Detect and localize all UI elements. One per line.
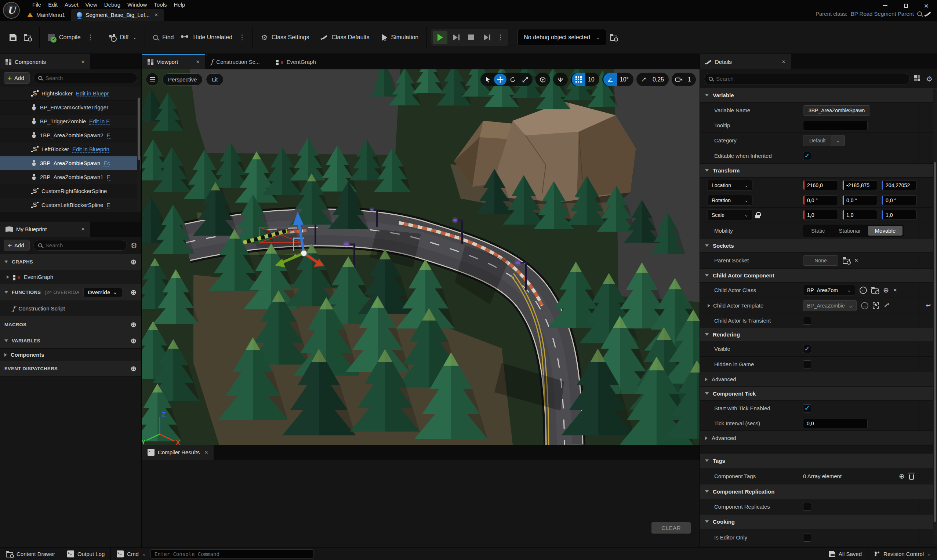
asset-tab-mainmenu[interactable]: MainMenu1 [21, 9, 71, 21]
tab-close-icon[interactable]: × [154, 11, 158, 19]
menu-window[interactable]: Window [127, 0, 154, 9]
variables-section[interactable]: VARIABLES ⊕ [0, 333, 141, 349]
tick-advanced[interactable]: Advanced [700, 431, 937, 446]
details-search-input[interactable] [716, 75, 905, 82]
functions-section[interactable]: FUNCTIONS (24 OVERRIDA Override ⌄ ⊕ [0, 284, 141, 301]
debug-object-select[interactable]: No debug object selected ⌄ [517, 29, 606, 46]
all-saved-button[interactable]: All Saved [823, 548, 868, 560]
simulation-button[interactable]: Simulation [378, 31, 422, 45]
variable-name-value[interactable]: 3BP_AreaZombieSpawn [803, 105, 870, 115]
lock-icon[interactable] [755, 215, 760, 218]
parent-class-link[interactable]: BP Road Segment Parent [851, 11, 914, 17]
scale-x-field[interactable]: 1,0 [803, 210, 838, 220]
edit-in-blueprint-link[interactable]: Ec [103, 160, 110, 167]
rotation-dropdown[interactable]: Rotation⌄ [708, 195, 752, 206]
location-x-field[interactable]: 2160,0 [803, 180, 838, 190]
edit-in-blueprint-link[interactable]: E [107, 174, 111, 180]
expand-icon[interactable] [708, 304, 710, 308]
grid-snap-value[interactable]: 10 [585, 76, 598, 83]
unreal-logo-icon[interactable]: U [3, 2, 20, 19]
checkbox-unchecked[interactable] [803, 503, 811, 511]
macros-section[interactable]: MACROS ⊕ [0, 316, 141, 333]
mobility-static[interactable]: Static [804, 226, 832, 235]
mobility-stationary[interactable]: Stationar [832, 226, 868, 235]
create-new-icon[interactable]: ⊕ [883, 287, 889, 294]
camera-speed-button[interactable] [673, 74, 685, 85]
pick-actor-icon[interactable] [873, 302, 879, 309]
components-search[interactable] [34, 73, 137, 83]
frame-skip-button[interactable] [448, 31, 463, 44]
checkbox-unchecked[interactable] [803, 534, 811, 542]
use-selected-icon[interactable]: ← [860, 287, 867, 294]
console-command-input[interactable] [154, 551, 310, 557]
rotation-x-field[interactable]: 0,0 ° [803, 195, 838, 205]
component-row[interactable]: S LeftBlocker Edit in Blueprin [0, 142, 141, 156]
lit-dropdown[interactable]: Lit [206, 73, 223, 86]
grid-snap-toggle[interactable] [572, 73, 585, 86]
trash-icon[interactable] [909, 474, 914, 480]
add-element-icon[interactable]: ⊕ [899, 473, 905, 480]
hide-unrelated-button[interactable]: Hide Unrelated [177, 31, 236, 45]
revision-control-button[interactable]: Revision Control ⌄ [868, 548, 937, 560]
edit-in-blueprint-link[interactable]: Edit in E [89, 118, 110, 125]
tab-compiler-results[interactable]: Compiler Results × [142, 445, 214, 460]
menu-tools[interactable]: Tools [154, 0, 174, 9]
checkbox-checked[interactable] [803, 345, 811, 353]
browse-button[interactable] [20, 30, 35, 45]
clear-button[interactable]: CLEAR [651, 522, 691, 534]
rotation-y-field[interactable]: 0,0 ° [842, 195, 877, 205]
minimize-button[interactable] [880, 2, 890, 9]
edit-icon[interactable] [925, 11, 931, 17]
eject-button[interactable] [479, 31, 494, 44]
debug-browse-button[interactable] [606, 30, 621, 45]
construction-script-row[interactable]: ƒ Construction Script [0, 301, 141, 316]
add-graph-icon[interactable]: ⊕ [131, 258, 137, 265]
browse-icon[interactable] [871, 288, 879, 294]
class-defaults-button[interactable]: Class Defaults [318, 31, 373, 45]
tab-construction-script[interactable]: ƒ Construction Sc... [205, 54, 265, 69]
edit-in-blueprint-link[interactable]: E [106, 202, 110, 208]
console-command-field[interactable] [151, 549, 314, 558]
content-drawer-button[interactable]: Content Drawer [0, 548, 61, 560]
hide-unrelated-kebab[interactable]: ⋮ [236, 33, 248, 42]
perspective-dropdown[interactable]: Perspective [162, 73, 203, 86]
category-dropdown[interactable]: Default ⌄ [803, 135, 845, 146]
section-child-actor[interactable]: Child Actor Component [700, 269, 937, 283]
save-button[interactable] [6, 30, 20, 45]
location-z-field[interactable]: 204,27052 [882, 180, 917, 190]
scale-tool-button[interactable] [519, 74, 531, 85]
parent-socket-value[interactable]: None [803, 255, 838, 266]
tab-eventgraph[interactable]: EventGraph [271, 54, 322, 69]
tab-viewport[interactable]: Viewport × [142, 54, 205, 69]
scale-y-field[interactable]: 1,0 [842, 210, 877, 220]
my-blueprint-search-input[interactable] [46, 242, 122, 248]
menu-asset[interactable]: Asset [65, 0, 86, 9]
component-row[interactable]: BP_TriggerZombie Edit in E [0, 114, 141, 128]
component-row[interactable]: 1BP_AreaZombieSpawn2 E [0, 128, 141, 142]
camera-speed-value[interactable]: 1 [685, 76, 695, 83]
section-rendering[interactable]: Rendering [700, 328, 937, 341]
child-actor-class-dropdown[interactable]: BP_AreaZom⌄ [803, 285, 855, 295]
section-variable[interactable]: Variable [700, 88, 937, 103]
add-variable-icon[interactable]: ⊕ [131, 337, 137, 344]
tick-interval-input[interactable]: 0,0 [803, 419, 868, 428]
checkbox-unchecked[interactable] [803, 360, 811, 368]
component-row[interactable]: S RightBlocker Edit in Bluepr [0, 87, 141, 100]
checkbox-checked[interactable] [803, 405, 811, 412]
component-row-selected[interactable]: 3BP_AreaZombieSpawn Ec [0, 156, 141, 170]
eventgraph-row[interactable]: EventGraph [0, 270, 141, 284]
components-category-row[interactable]: Components [0, 349, 141, 361]
viewport-3d-scene[interactable]: Z X Y [142, 69, 700, 445]
compile-button[interactable]: Compile [44, 30, 85, 45]
output-log-button[interactable]: Output Log [61, 548, 111, 560]
details-scrollbar[interactable] [933, 89, 937, 544]
section-component-replication[interactable]: Component Replication [700, 485, 937, 499]
add-component-button[interactable]: + Add [4, 72, 30, 84]
close-icon[interactable]: × [81, 58, 85, 66]
override-dropdown[interactable]: Override ⌄ [83, 288, 122, 297]
gear-icon[interactable]: ⚙ [131, 242, 137, 249]
asset-tab-segment[interactable]: Segment_Base_Big_Lef... × [71, 9, 164, 21]
edit-in-blueprint-link[interactable]: Edit in Bluepr [76, 90, 109, 97]
section-cooking[interactable]: Cooking [700, 514, 937, 529]
eyedropper-icon[interactable] [883, 303, 889, 309]
